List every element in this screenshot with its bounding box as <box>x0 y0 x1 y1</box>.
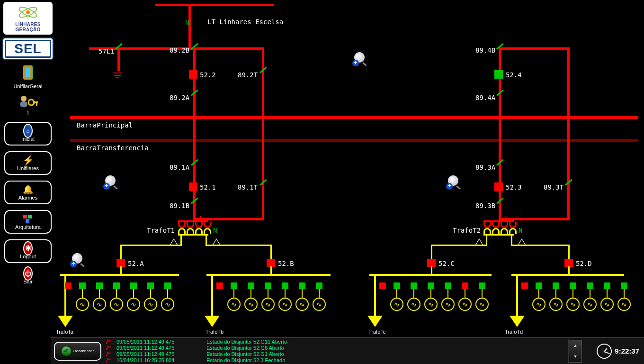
switch-892T[interactable] <box>259 71 268 80</box>
generator-icon: ∿ <box>227 298 241 311</box>
alarm-flag-icon <box>106 339 112 344</box>
generator-icon: ∿ <box>313 298 326 311</box>
nav-sair[interactable]: ⏻ Sair <box>5 269 51 284</box>
vendor-logo: SEL <box>2 37 54 60</box>
zoom-icon[interactable]: + <box>354 52 365 63</box>
label-57L1: 57L1 <box>98 47 115 55</box>
generator-icon: ∿ <box>475 298 489 311</box>
feeder-breaker-open[interactable]: ∿ <box>277 282 294 311</box>
feeder-breaker-open[interactable]: ∿ <box>91 282 108 311</box>
feeder-breaker-open[interactable]: ∿ <box>108 282 125 311</box>
nav-alarmes[interactable]: 🔔 Alarmes <box>4 181 52 204</box>
arrow-icon <box>205 316 220 327</box>
feeder-breaker-open[interactable]: ∿ <box>142 282 159 311</box>
trafo-T2[interactable] <box>483 220 517 236</box>
label-trafoTb: TrafoTb <box>206 329 224 335</box>
nav-inicial-label: Inicial <box>21 136 35 142</box>
feeder-breaker-open[interactable]: ∿ <box>581 282 599 311</box>
feeder-breaker-closed[interactable]: ∿ <box>456 282 474 311</box>
user-key-icon[interactable]: 1 <box>0 94 56 116</box>
zoom-icon[interactable]: + <box>448 175 458 186</box>
generator-icon: ∿ <box>278 298 292 311</box>
switch-894A[interactable] <box>496 94 504 102</box>
alarm-row[interactable]: 09/05/2011 11:12:49,475Estado do Disjunt… <box>104 339 568 345</box>
switch-891T[interactable] <box>259 183 268 192</box>
nav-unifilares[interactable]: ⚡ Unifilares <box>4 151 52 175</box>
label-892A: 89.2A <box>170 94 189 101</box>
label-52D: 52.D <box>576 260 592 267</box>
switch-894B[interactable] <box>496 47 504 56</box>
alarm-row[interactable]: 09/05/2011 11:12:49,475Estado do Disjunt… <box>104 351 568 357</box>
generator-icon: ∿ <box>144 298 157 311</box>
feeder-breaker-open[interactable]: ∿ <box>530 282 547 311</box>
zoom-icon[interactable]: + <box>72 253 82 264</box>
feeder-breaker-open[interactable]: ∿ <box>259 282 277 311</box>
switch-893B[interactable] <box>496 202 504 210</box>
breaker-524[interactable] <box>494 70 503 79</box>
switch-57L1[interactable] <box>115 47 123 56</box>
alarm-list[interactable]: 09/05/2011 11:12:49,475Estado do Disjunt… <box>104 339 569 364</box>
feeder-breaker-open[interactable]: ∿ <box>294 282 311 311</box>
breaker-521[interactable] <box>189 182 197 191</box>
bus-trafoTb <box>206 274 331 276</box>
switch-892A[interactable] <box>190 94 199 102</box>
alarm-row[interactable]: 09/05/2011 11:12:49,475Estado do Disjunt… <box>104 345 568 351</box>
feeder-breaker-open[interactable]: ∿ <box>74 282 91 311</box>
feeder-breaker-open[interactable]: ∿ <box>405 282 422 311</box>
unifilar-geral-icon[interactable]: UnifilarGeral <box>0 65 56 89</box>
switch-893T[interactable] <box>564 183 573 192</box>
feeder-breaker-open[interactable]: ∿ <box>599 282 616 311</box>
feeder-breaker-closed[interactable] <box>63 282 74 289</box>
feeder-breaker-open[interactable]: ∿ <box>439 282 456 311</box>
nav-unifilares-label: Unifilares <box>17 165 39 171</box>
switch-891A[interactable] <box>190 164 199 172</box>
alarm-row[interactable]: 16/04/2011 16:25:25,804Estado do Disjunt… <box>104 357 568 364</box>
generator-icon: ∿ <box>441 298 455 311</box>
nav-arquitetura[interactable]: Arquitetura <box>4 210 52 234</box>
feeder-breaker-open[interactable]: ∿ <box>125 282 142 311</box>
feeders-Ta: ∿∿∿∿∿∿ <box>63 282 176 311</box>
nav-inicial[interactable]: ⌂ Inicial <box>4 122 52 146</box>
alarm-scroll[interactable]: ▲▼ <box>569 340 582 363</box>
ack-label: Reconhecer <box>73 349 94 353</box>
generator-icon: ∿ <box>127 298 140 311</box>
feeder-breaker-open[interactable]: ∿ <box>474 282 491 311</box>
generator-icon: ∿ <box>244 298 258 311</box>
generator-icon: ∿ <box>583 298 597 311</box>
feeder-breaker-closed[interactable] <box>377 282 388 289</box>
label-891A: 89.1A <box>170 164 189 171</box>
feeder-breaker-open[interactable]: ∿ <box>422 282 439 311</box>
trafo-T1[interactable] <box>178 220 211 236</box>
generator-icon: ∿ <box>161 298 174 311</box>
nav-arquitetura-label: Arquitetura <box>15 224 41 230</box>
generator-icon: ∿ <box>617 298 631 311</box>
feeder-breaker-open[interactable]: ∿ <box>564 282 581 311</box>
feeder-breaker-open[interactable]: ∿ <box>242 282 259 311</box>
barra-principal <box>70 116 638 119</box>
zoom-icon[interactable]: + <box>105 175 116 186</box>
feeder-breaker-open[interactable]: ∿ <box>311 282 328 311</box>
feeder-breaker-open[interactable]: ∿ <box>616 282 633 311</box>
label-893B: 89.3B <box>475 202 495 209</box>
nav-logout[interactable]: ✱ Logout <box>4 239 52 263</box>
nav-logout-label: Logout <box>20 254 36 259</box>
switch-891B[interactable] <box>190 202 199 210</box>
bus-trafoTa <box>60 274 179 276</box>
breaker-523[interactable] <box>494 182 503 191</box>
feeder-breaker-open[interactable]: ∿ <box>547 282 564 311</box>
generator-icon: ∿ <box>600 298 614 311</box>
svg-rect-10 <box>36 103 37 106</box>
switch-893A[interactable] <box>496 164 504 172</box>
feeder-breaker-open[interactable]: ∿ <box>388 282 405 311</box>
ack-button[interactable]: ✔ Reconhecer <box>54 342 101 361</box>
feeder-breaker-closed[interactable] <box>214 282 225 289</box>
label-52C: 52.C <box>438 260 455 267</box>
alarm-ts: 09/05/2011 11:12:49,475 <box>116 345 202 351</box>
label-barra-transferencia: BarraTransferencia <box>77 144 149 152</box>
feeder-breaker-open[interactable]: ∿ <box>159 282 176 311</box>
svg-rect-9 <box>33 101 38 103</box>
breaker-522[interactable] <box>189 70 197 79</box>
feeder-breaker-open[interactable]: ∿ <box>225 282 242 311</box>
alarm-flag-icon <box>106 346 112 350</box>
feeder-breaker-closed[interactable] <box>519 282 530 289</box>
